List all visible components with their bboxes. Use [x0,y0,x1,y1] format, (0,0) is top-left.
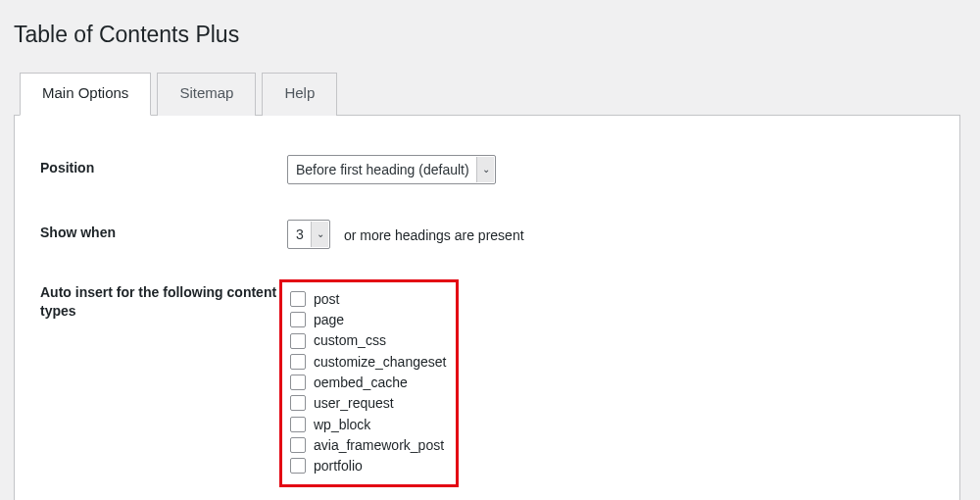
content-type-label[interactable]: page [314,310,344,329]
content-type-item: custom_css [290,330,446,350]
content-type-label[interactable]: post [314,289,339,309]
content-type-label[interactable]: wp_block [314,415,370,434]
show-when-suffix: or more headings are present [344,227,524,243]
tab-help[interactable]: Help [262,73,337,116]
tab-main-options[interactable]: Main Options [20,73,151,116]
position-select[interactable]: Before first heading (default) [287,155,496,184]
content-type-checkbox-custom_css[interactable] [290,333,306,349]
content-type-item: page [290,310,446,329]
content-type-item: wp_block [290,415,446,434]
tab-sitemap[interactable]: Sitemap [157,73,256,116]
content-type-label[interactable]: portfolio [314,456,363,475]
content-type-item: avia_framework_post [290,435,446,455]
content-type-checkbox-customize_changeset[interactable] [290,354,306,370]
content-type-label[interactable]: user_request [314,393,394,413]
content-type-item: post [290,289,446,309]
content-type-checkbox-wp_block[interactable] [290,417,306,432]
content-type-checkbox-avia_framework_post[interactable] [290,437,306,453]
content-type-label[interactable]: custom_css [314,330,386,350]
content-type-checkbox-portfolio[interactable] [290,458,306,474]
content-type-label[interactable]: customize_changeset [314,352,446,372]
content-type-item: user_request [290,393,446,413]
auto-insert-label: Auto insert for the following content ty… [40,279,287,322]
content-type-checkbox-oembed_cache[interactable] [290,375,306,390]
show-when-select[interactable]: 3 [287,220,330,249]
content-types-highlight: postpagecustom_csscustomize_changesetoem… [279,279,459,488]
show-when-label: Show when [40,220,287,243]
content-type-item: customize_changeset [290,352,446,372]
main-options-panel: Position Before first heading (default) … [14,116,960,501]
content-type-label[interactable]: avia_framework_post [314,435,444,455]
content-type-checkbox-user_request[interactable] [290,395,306,411]
page-title: Table of Contents Plus [14,22,960,48]
content-type-item: oembed_cache [290,373,446,392]
position-label: Position [40,155,287,178]
content-type-checkbox-page[interactable] [290,312,306,327]
content-type-checkbox-post[interactable] [290,291,306,307]
tab-list: Main Options Sitemap Help [14,72,960,116]
content-type-label[interactable]: oembed_cache [314,373,408,392]
content-type-item: portfolio [290,456,446,475]
